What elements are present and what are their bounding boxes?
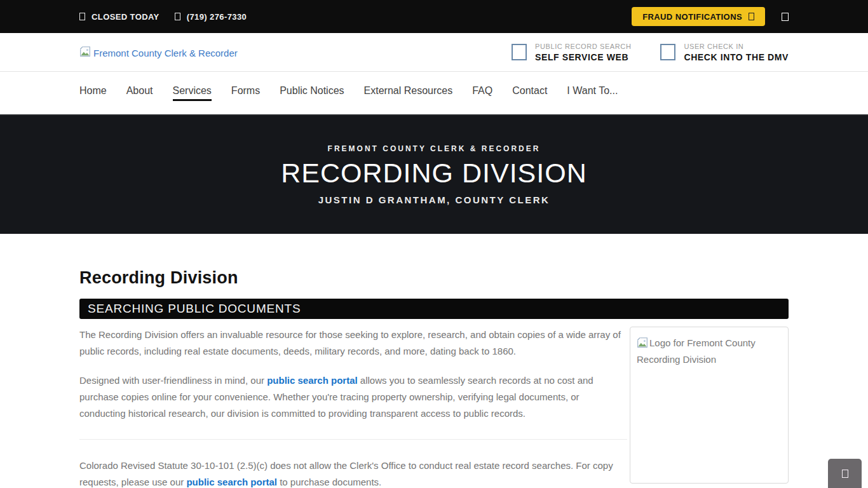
division-logo-alt-text: Logo for Fremont County Recording Divisi… bbox=[637, 337, 756, 365]
paragraph-intro: The Recording Division offers an invalua… bbox=[79, 327, 627, 360]
quicklink-dmv-check-in[interactable]: USER CHECK IN CHECK INTO THE DMV bbox=[660, 43, 789, 62]
fraud-notifications-button[interactable]: FRAUD NOTIFICATIONS bbox=[632, 7, 765, 26]
external-link-icon bbox=[749, 13, 754, 20]
phone-label[interactable]: (719) 276-7330 bbox=[187, 12, 247, 22]
phone-contact[interactable]: (719) 276-7330 bbox=[175, 12, 247, 22]
quicklink-label: CHECK INTO THE DMV bbox=[684, 52, 789, 62]
nav-item-home[interactable]: Home bbox=[79, 85, 107, 101]
hero-eyebrow: FREMONT COUNTY CLERK & RECORDER bbox=[328, 144, 541, 153]
header-quicklinks: PUBLIC RECORD SEARCH SELF SERVICE WEB US… bbox=[512, 43, 789, 62]
clock-icon bbox=[79, 13, 85, 20]
top-utility-bar: CLOSED TODAY (719) 276-7330 FRAUD NOTIFI… bbox=[0, 0, 868, 33]
broken-image-icon bbox=[79, 46, 91, 57]
quicklink-eyebrow: USER CHECK IN bbox=[684, 43, 789, 50]
dmv-check-in-icon bbox=[660, 44, 675, 60]
search-icon[interactable] bbox=[782, 13, 789, 21]
quicklink-self-service-web[interactable]: PUBLIC RECORD SEARCH SELF SERVICE WEB bbox=[512, 43, 631, 62]
nav-item-faq[interactable]: FAQ bbox=[472, 85, 492, 101]
self-service-web-icon bbox=[512, 44, 527, 60]
nav-item-contact[interactable]: Contact bbox=[512, 85, 547, 101]
hero-banner: FREMONT COUNTY CLERK & RECORDER RECORDIN… bbox=[0, 114, 868, 234]
quicklink-label: SELF SERVICE WEB bbox=[535, 52, 631, 62]
paragraph-text: to purchase documents. bbox=[277, 477, 381, 487]
section-banner: SEARCHING PUBLIC DOCUMENTS bbox=[79, 299, 789, 319]
paragraph-statute: Colorado Revised Statute 30-10-101 (2.5)… bbox=[79, 458, 627, 488]
phone-icon bbox=[175, 13, 180, 20]
site-header: Fremont County Clerk & Recorder PUBLIC R… bbox=[0, 33, 868, 72]
hero-subtitle: JUSTIN D GRANTHAM, COUNTY CLERK bbox=[318, 194, 550, 205]
main-content: Recording Division SEARCHING PUBLIC DOCU… bbox=[0, 234, 868, 488]
hours-label: CLOSED TODAY bbox=[92, 12, 159, 22]
site-logo-alt-text: Fremont County Clerk & Recorder bbox=[93, 46, 238, 58]
main-navigation: Home About Services Forms Public Notices… bbox=[0, 72, 868, 114]
article-text-column: The Recording Division offers an invalua… bbox=[79, 327, 630, 488]
division-logo-placeholder: Logo for Fremont County Recording Divisi… bbox=[630, 327, 789, 484]
hours-status: CLOSED TODAY bbox=[79, 12, 159, 22]
scroll-to-top-button[interactable] bbox=[828, 459, 862, 488]
topbar-info-group: CLOSED TODAY (719) 276-7330 bbox=[79, 12, 247, 22]
paragraph-search-portal: Designed with user-friendliness in mind,… bbox=[79, 372, 627, 422]
hero-title: RECORDING DIVISION bbox=[281, 158, 587, 189]
public-search-portal-link[interactable]: public search portal bbox=[267, 375, 358, 386]
nav-item-i-want-to[interactable]: I Want To... bbox=[567, 85, 618, 101]
arrow-up-icon bbox=[842, 470, 848, 478]
page-title: Recording Division bbox=[79, 268, 789, 288]
nav-item-public-notices[interactable]: Public Notices bbox=[280, 85, 344, 101]
nav-item-services[interactable]: Services bbox=[173, 85, 212, 101]
fraud-notifications-label: FRAUD NOTIFICATIONS bbox=[642, 12, 742, 22]
site-logo-link[interactable]: Fremont County Clerk & Recorder bbox=[79, 46, 238, 58]
quicklink-eyebrow: PUBLIC RECORD SEARCH bbox=[535, 43, 631, 50]
nav-item-external-resources[interactable]: External Resources bbox=[364, 85, 453, 101]
topbar-actions-group: FRAUD NOTIFICATIONS bbox=[632, 7, 789, 26]
content-divider bbox=[79, 439, 627, 440]
broken-image-icon bbox=[637, 337, 648, 348]
nav-item-forms[interactable]: Forms bbox=[231, 85, 260, 101]
public-search-portal-link-2[interactable]: public search portal bbox=[186, 477, 277, 487]
paragraph-text: Designed with user-friendliness in mind,… bbox=[79, 375, 267, 386]
nav-item-about[interactable]: About bbox=[126, 85, 153, 101]
